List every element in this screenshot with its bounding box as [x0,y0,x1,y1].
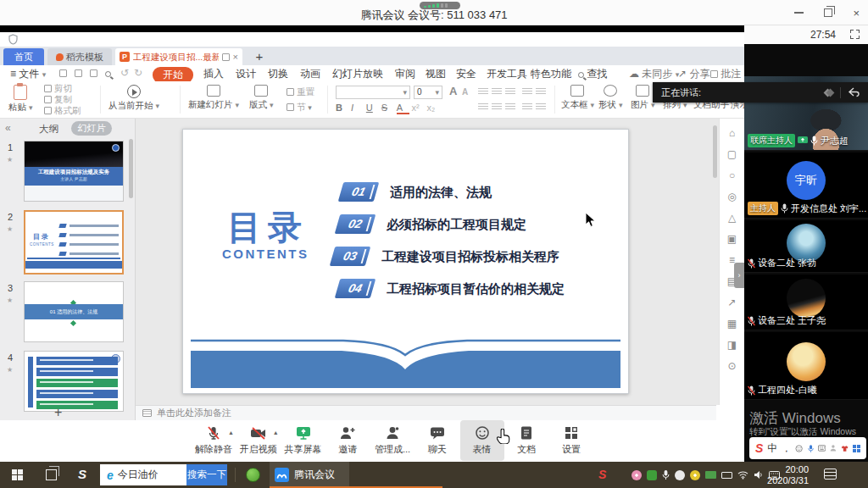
battery-icon[interactable] [721,472,732,479]
close-icon[interactable]: × [853,7,860,19]
chat-button[interactable]: 聊天 [415,420,459,461]
align-icons[interactable] [476,103,517,113]
find-quick-icon[interactable] [105,67,111,79]
preview-icon[interactable] [90,67,97,79]
subscript-button[interactable]: x₂ [427,103,440,113]
taskbar-clock[interactable]: 20:00 2020/3/31 [761,464,809,486]
undo-icon[interactable]: ↺ [120,67,129,79]
comment-button[interactable]: 批注 [710,67,741,81]
history-tool-icon[interactable]: ⊙ [727,360,736,372]
tab-document[interactable]: P 工程建设项目招...最新】3.31 × [115,48,242,65]
tab-close-icon[interactable]: × [233,48,238,65]
fullscreen-icon[interactable] [850,30,860,39]
unmute-button[interactable]: ▲ 解除静音 [192,420,236,461]
menu-insert[interactable]: 插入 [203,67,224,81]
menu-design[interactable]: 设计 [236,67,256,81]
bold-button[interactable]: B [336,103,348,113]
menu-transition[interactable]: 切换 [268,67,288,81]
menu-features[interactable]: 特色功能 [531,67,571,81]
slide-canvas[interactable]: 目录 CONTENTS 01 适用的法律、法规 02 必须招标的工程项目规定 0… [182,129,629,394]
tab-outline[interactable]: 大纲 [39,123,58,136]
share-screen-button[interactable]: 共享屏幕 [281,420,326,461]
toolbox-grid-icon[interactable] [853,445,860,452]
slide-scrollbar[interactable] [713,125,717,178]
start-video-button[interactable]: ▲ 开启视频 [236,420,281,461]
tray-mic-icon[interactable] [662,469,670,480]
collapse-panel-icon[interactable]: « [5,122,11,134]
skin-person-icon[interactable] [830,443,837,453]
emoji-picker-icon[interactable] [795,443,803,454]
menu-security[interactable]: 安全 [456,67,476,81]
tab-slides[interactable]: 幻灯片 [71,121,112,136]
new-slide-button[interactable]: 新建幻灯片 ▾ [188,85,239,111]
manage-members-button[interactable]: 管理成... [370,420,415,461]
participant-video-3[interactable]: 设备二处 张勃 [744,220,868,273]
italic-button[interactable]: I [351,103,364,113]
share-button[interactable]: ↗ 分享 [678,67,709,81]
tab-home[interactable]: 首页 [3,48,44,65]
menu-find[interactable]: 查找 [578,67,607,81]
shape-tool-icon[interactable]: ○ [729,169,735,181]
tab-template[interactable]: 稻壳模板 [47,48,112,65]
back-arrow-icon[interactable] [848,87,860,97]
menu-devtools[interactable]: 开发工具 [487,67,527,81]
slide-thumbnail-1[interactable]: 工程建设项目招标法规及实务 主讲人 尹志超 [24,141,124,202]
lang-mode-button[interactable]: 中 [767,441,777,456]
participant-video-2[interactable]: 宇昕 主持人 开发信息处 刘宇... [744,152,868,219]
textbox-button[interactable]: 文本框 ▾ [561,85,594,111]
task-view-icon[interactable] [46,469,57,480]
invite-button[interactable]: 邀请 [326,420,370,461]
decrease-font-button[interactable]: A [462,87,468,97]
menu-view[interactable]: 视图 [426,67,446,81]
target-tool-icon[interactable]: ◎ [727,191,736,202]
restore-icon[interactable] [824,8,832,17]
slide-tool-icon[interactable]: ▢ [727,148,737,160]
play-from-current-button[interactable]: 从当前开始 ▾ [108,85,159,112]
minimize-icon[interactable] [794,12,804,14]
participant-video-4[interactable]: 设备三处 王子尧 [744,274,868,330]
sogou-taskbar-icon[interactable]: S [78,467,86,481]
layout-button[interactable]: 版式 ▾ [249,85,273,111]
new-tab-button[interactable]: + [251,48,268,65]
table-tool-icon[interactable]: ▦ [727,318,737,330]
menu-slideshow[interactable]: 幻灯片放映 [332,67,383,81]
tray-shield-icon[interactable] [647,470,657,480]
strike-button[interactable]: S [381,103,394,113]
action-center-icon[interactable] [824,469,837,480]
tray-flower-icon[interactable] [632,470,642,480]
wifi-icon[interactable] [737,470,748,480]
settings-button[interactable]: 设置 [549,420,593,461]
tray-pointer-icon[interactable] [675,470,685,480]
grid-tool-icon[interactable]: ▣ [727,233,737,245]
slide-thumbnail-3[interactable]: 01 适用的法律、法规 [24,281,124,342]
taskbar-search[interactable]: e 今日油价 搜索一下 [100,464,227,485]
rail-expand-handle[interactable]: › [734,263,744,288]
font-size-select[interactable]: 0▾ [414,86,442,99]
sogou-icon[interactable]: S [755,441,763,455]
skin-shirt-icon[interactable] [841,444,849,453]
triangle-tool-icon[interactable]: △ [728,212,736,224]
slide-thumbnail-4[interactable] [24,351,124,412]
tray-plus-icon[interactable] [690,470,700,480]
redo-icon[interactable]: ↻ [134,67,142,79]
tab-pin-icon[interactable] [222,53,230,61]
print-icon[interactable] [75,67,82,79]
docs-button[interactable]: 文档 [504,420,548,461]
add-slide-button[interactable]: + [54,405,62,420]
search-input[interactable]: 今日油价 [118,468,186,482]
sync-status[interactable]: ☁ 未同步 ▾ [629,67,679,81]
paste-button[interactable]: 粘贴 ▾ [8,85,32,114]
share-tool-icon[interactable]: ↗ [727,297,736,308]
superscript-button[interactable]: x² [412,103,425,113]
taskbar-app-icon-green[interactable] [246,468,260,482]
reset-button[interactable]: 重置 [287,86,314,97]
menu-review[interactable]: 审阅 [395,67,415,81]
indent-icons[interactable] [520,87,548,97]
video-options-arrow[interactable]: ▲ [273,430,279,435]
list-icons[interactable] [476,87,517,97]
font-color-button[interactable]: A [397,103,409,114]
copy-button[interactable]: 复制 [44,94,81,105]
menu-animation[interactable]: 动画 [300,67,320,81]
mic-options-arrow[interactable]: ▲ [228,430,234,435]
home-tool-icon[interactable]: ⌂ [729,127,735,139]
